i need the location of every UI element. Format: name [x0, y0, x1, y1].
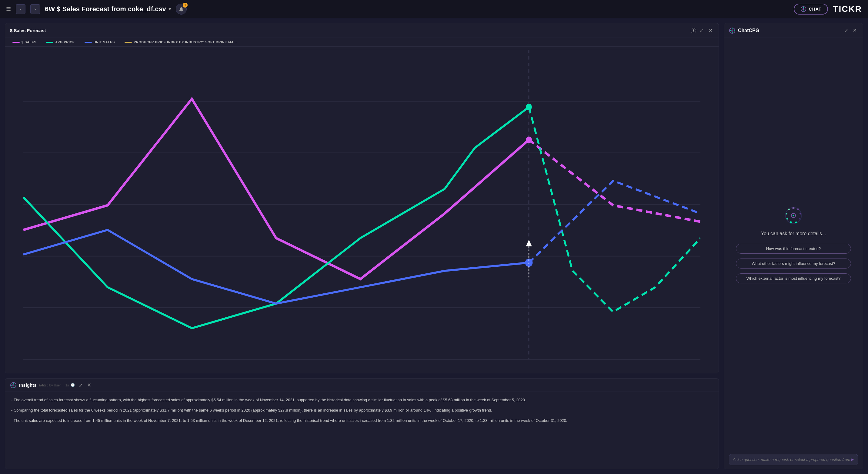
- insights-panel-actions: ⤢ ✕: [77, 382, 92, 388]
- topbar: ☰ ‹ › 6W $ Sales Forecast from coke_df.c…: [0, 0, 868, 18]
- nav-back-button[interactable]: ‹: [16, 4, 26, 14]
- legend-line-producer-price: [125, 42, 132, 43]
- legend-line-unit-sales: [85, 42, 92, 43]
- chat-prompt-text: You can ask for more details...: [761, 231, 826, 236]
- send-button[interactable]: ➤: [850, 457, 854, 463]
- chart-svg: 3.7 3.6 3.5 3.4 3.3 3.2 6,000k 5,600k 5,…: [23, 50, 701, 361]
- nav-forward-button[interactable]: ›: [30, 4, 40, 14]
- legend-label-avg-price: AVG PRICE: [55, 40, 74, 44]
- info-icon[interactable]: i: [691, 28, 696, 33]
- chat-panel-header: ChatCPG ⤢ ✕: [724, 23, 863, 38]
- tooltip-arrow: [526, 240, 532, 246]
- svg-point-40: [731, 29, 733, 32]
- ai-spinner-icon: [783, 205, 804, 226]
- legend-item-avg-price: AVG PRICE: [46, 40, 74, 44]
- suggestion-button-3[interactable]: Which external factor is most influencin…: [736, 273, 851, 283]
- suggestion-button-2[interactable]: What other factors might influence my fo…: [736, 258, 851, 268]
- chart-area: 3.7 3.6 3.5 3.4 3.3 3.2 6,000k 5,600k 5,…: [5, 47, 719, 373]
- chat-input-area: ➤: [724, 450, 863, 469]
- svg-point-43: [797, 208, 799, 210]
- insights-paragraph-1: - The overall trend of sales forecast sh…: [11, 397, 713, 403]
- legend-item-unit-sales: UNIT SALES: [85, 40, 115, 44]
- insights-panel-header: Insights Edited by User · 1s 🕐 ⤢ ✕: [5, 379, 719, 392]
- dollar-sales-forecast-line: [529, 140, 701, 222]
- legend-item-producer-price: PRODUCER PRICE INDEX BY INDUSTRY: SOFT D…: [125, 40, 237, 44]
- dollar-sales-marker: [526, 136, 532, 143]
- insights-time-ago: 1s: [65, 383, 69, 387]
- main-content: $ Sales Forecast i ⤢ ✕ $ SALES AVG PRICE: [0, 18, 868, 474]
- notification-badge: 1: [183, 3, 188, 7]
- insights-meta: Edited by User · 1s 🕐: [39, 383, 75, 387]
- chat-input[interactable]: [733, 457, 850, 462]
- svg-point-38: [12, 384, 14, 386]
- tickr-logo: TICKR: [833, 4, 862, 14]
- legend-label-unit-sales: UNIT SALES: [94, 40, 115, 44]
- chart-legend: $ SALES AVG PRICE UNIT SALES PRODUCER PR…: [5, 38, 719, 47]
- svg-point-48: [786, 218, 788, 219]
- chat-close-button[interactable]: ✕: [851, 27, 858, 34]
- insights-paragraph-3: - The unit sales are expected to increas…: [11, 417, 713, 424]
- chart-panel: $ Sales Forecast i ⤢ ✕ $ SALES AVG PRICE: [5, 23, 719, 373]
- legend-label-producer-price: PRODUCER PRICE INDEX BY INDUSTRY: SOFT D…: [134, 40, 237, 44]
- chat-expand-button[interactable]: ⤢: [843, 27, 849, 34]
- insights-expand-button[interactable]: ⤢: [77, 382, 84, 388]
- chat-panel-actions: ⤢ ✕: [843, 27, 858, 34]
- svg-point-52: [793, 215, 794, 216]
- chart-panel-actions: ⤢ ✕: [699, 27, 714, 34]
- insights-panel: Insights Edited by User · 1s 🕐 ⤢ ✕ - The…: [5, 378, 719, 469]
- chat-panel: ChatCPG ⤢ ✕ Yo: [724, 23, 863, 469]
- svg-point-42: [793, 207, 795, 209]
- insights-body: - The overall trend of sales forecast sh…: [5, 392, 719, 469]
- insights-title: Insights: [19, 382, 37, 388]
- legend-line-avg-price: [46, 42, 53, 43]
- svg-point-47: [790, 221, 792, 223]
- chat-title: ChatCPG: [738, 28, 840, 33]
- page-title: 6W $ Sales Forecast from coke_df.csv ▾: [45, 5, 171, 13]
- notification-bell[interactable]: 1: [176, 4, 187, 14]
- svg-point-45: [799, 218, 800, 219]
- insights-clock-icon: 🕐: [71, 383, 75, 387]
- insights-icon: [10, 382, 17, 388]
- avg-price-historical-line: [23, 107, 529, 328]
- unit-sales-forecast-line: [529, 181, 701, 262]
- left-panel: $ Sales Forecast i ⤢ ✕ $ SALES AVG PRICE: [5, 23, 719, 469]
- insights-close-button[interactable]: ✕: [86, 382, 92, 388]
- dollar-sales-historical-line: [23, 99, 529, 279]
- chart-close-button[interactable]: ✕: [707, 27, 714, 34]
- svg-point-50: [788, 209, 790, 210]
- avg-price-forecast-line: [529, 107, 701, 312]
- chat-ai-icon: [800, 6, 806, 12]
- insights-paragraph-2: - Comparing the total forecasted sales f…: [11, 407, 713, 414]
- svg-point-1: [802, 8, 804, 10]
- chart-title: $ Sales Forecast: [10, 28, 688, 33]
- insights-separator: ·: [63, 383, 64, 387]
- avg-price-marker: [526, 104, 532, 110]
- svg-point-49: [786, 213, 787, 214]
- menu-icon[interactable]: ☰: [6, 6, 11, 12]
- svg-point-44: [800, 213, 801, 214]
- legend-item-dollar-sales: $ SALES: [12, 40, 36, 44]
- suggestion-button-1[interactable]: How was this forecast created?: [736, 244, 851, 254]
- chat-body: You can ask for more details... How was …: [724, 38, 863, 450]
- chatcpg-icon: [729, 27, 736, 34]
- bell-icon: [179, 6, 184, 12]
- insights-edited-by: Edited by User: [39, 383, 61, 387]
- chat-button[interactable]: CHAT: [794, 4, 828, 14]
- unit-sales-historical-line: [23, 230, 529, 304]
- svg-point-46: [795, 221, 797, 223]
- title-chevron-icon[interactable]: ▾: [168, 6, 171, 12]
- legend-label-dollar-sales: $ SALES: [22, 40, 36, 44]
- legend-line-dollar-sales: [12, 42, 20, 43]
- chart-expand-button[interactable]: ⤢: [699, 27, 705, 34]
- chart-panel-header: $ Sales Forecast i ⤢ ✕: [5, 23, 719, 38]
- chat-input-wrapper: ➤: [729, 454, 858, 465]
